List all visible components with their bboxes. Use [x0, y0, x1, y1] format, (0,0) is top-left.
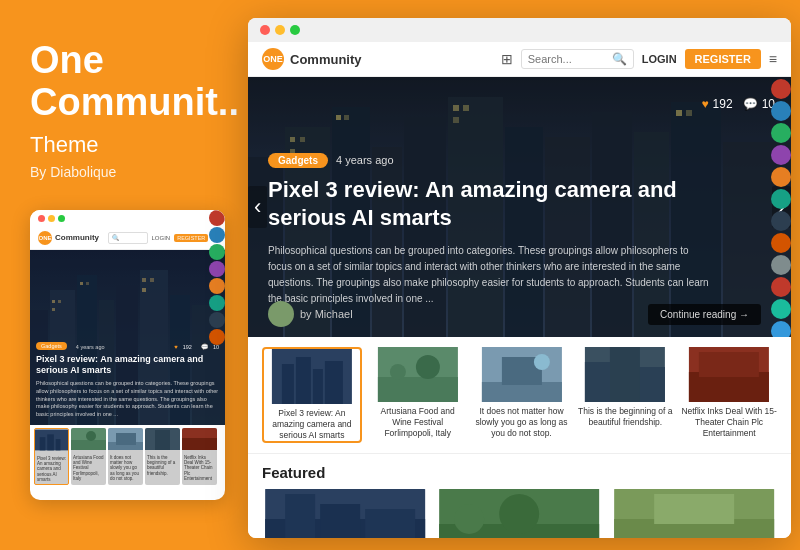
hero-continue-btn[interactable]: Continue reading → — [648, 304, 761, 325]
svg-rect-70 — [585, 362, 610, 402]
sidebar-avatar-10 — [771, 277, 791, 297]
svg-rect-79 — [365, 509, 415, 538]
svg-point-23 — [86, 431, 96, 441]
svg-rect-28 — [155, 430, 170, 450]
sidebar-avatar-11 — [771, 299, 791, 319]
svg-rect-86 — [654, 494, 734, 524]
desktop-hero-content: Gadgets 4 years ago Pixel 3 review: An a… — [268, 153, 711, 307]
comment-icon: 💬 — [743, 97, 758, 111]
mobile-dot-yellow — [48, 215, 55, 222]
mobile-search-box: 🔍 — [108, 232, 148, 244]
thumbnail-card-1[interactable]: Pixel 3 review: An amazing camera and se… — [262, 347, 362, 443]
featured-card-2[interactable] — [436, 489, 602, 538]
hero-meta-right: ♥ 192 💬 10 — [701, 97, 775, 111]
hero-author-avatar — [268, 301, 294, 327]
featured-label: Featured — [262, 464, 777, 481]
mobile-logo: ONE Community — [38, 231, 99, 245]
mobile-hero-excerpt: Philosophical questions can be grouped i… — [36, 380, 219, 418]
thumbnail-card-5[interactable]: Netflix Inks Deal With 15-Theater Chain … — [681, 347, 777, 443]
mobile-dot-green — [58, 215, 65, 222]
mobile-thumb-5[interactable]: Netflix Inks Deal With 15-Theater Chain … — [182, 428, 217, 485]
desktop-site-name: Community — [290, 52, 362, 67]
desktop-dot-yellow — [275, 25, 285, 35]
svg-rect-58 — [313, 369, 323, 404]
mobile-sidebar-avatar-3 — [209, 244, 225, 260]
mobile-mockup: ONE Community 🔍 LOGIN REGISTER ≡ — [30, 210, 225, 500]
mobile-site-name: Community — [55, 233, 99, 242]
sidebar-avatar-6 — [771, 189, 791, 209]
desktop-login-btn[interactable]: LOGIN — [642, 53, 677, 65]
thumb-title-4: This is the beginning of a beautiful fri… — [577, 406, 673, 428]
sidebar-avatar-7 — [771, 211, 791, 231]
desktop-register-btn[interactable]: REGISTER — [685, 49, 761, 69]
hero-prev-arrow[interactable]: ‹ — [248, 186, 267, 228]
mobile-login[interactable]: LOGIN — [152, 235, 171, 241]
search-input[interactable] — [528, 53, 608, 65]
mobile-hero-title: Pixel 3 review: An amazing camera and se… — [36, 354, 219, 377]
svg-rect-57 — [296, 357, 311, 404]
mobile-sidebar-avatar-7 — [209, 312, 225, 328]
svg-rect-77 — [285, 494, 315, 538]
featured-grid — [262, 489, 777, 538]
svg-rect-22 — [71, 440, 106, 450]
desktop-mockup: ONE Community ⊞ 🔍 LOGIN REGISTER ≡ — [248, 18, 791, 538]
hero-time: 4 years ago — [336, 154, 393, 166]
hero-author-name: by Michael — [300, 308, 353, 320]
mobile-dot-red — [38, 215, 45, 222]
desktop-search: 🔍 — [521, 49, 634, 69]
app-title: One Communit.. — [30, 40, 210, 124]
svg-point-67 — [533, 354, 549, 370]
mobile-titlebar — [30, 210, 225, 227]
mobile-thumb-4[interactable]: This is the beginning of a beautiful fri… — [145, 428, 180, 485]
search-icon: 🔍 — [612, 52, 627, 66]
sidebar-avatar-9 — [771, 255, 791, 275]
svg-point-63 — [390, 364, 406, 380]
mobile-thumb-3[interactable]: It does not matter how slowly you go as … — [108, 428, 143, 485]
mobile-thumb-1[interactable]: Pixel 3 review: An amazing camera and se… — [34, 428, 69, 485]
desktop-dot-red — [260, 25, 270, 35]
svg-rect-18 — [40, 437, 46, 450]
mobile-thumbnails: Pixel 3 review: An amazing camera and se… — [30, 425, 225, 488]
sidebar-avatar-8 — [771, 233, 791, 253]
mobile-sidebar-avatar-6 — [209, 295, 225, 311]
svg-rect-56 — [282, 364, 294, 404]
svg-rect-61 — [378, 377, 458, 402]
sidebar-avatar-12 — [771, 321, 791, 337]
app-author: By Diabolique — [30, 164, 210, 180]
svg-rect-74 — [699, 352, 759, 377]
thumb-title-1: Pixel 3 review: An amazing camera and se… — [264, 408, 360, 441]
desktop-hero: ♥ 192 💬 10 Gadgets 4 years ago Pixel 3 r… — [248, 77, 791, 337]
hero-excerpt: Philosophical questions can be grouped i… — [268, 243, 711, 307]
mobile-logo-icon: ONE — [38, 231, 52, 245]
svg-rect-69 — [610, 347, 640, 402]
svg-rect-19 — [47, 434, 54, 450]
desktop-sidebar-avatars — [769, 77, 791, 337]
desktop-hamburger-icon[interactable]: ≡ — [769, 51, 777, 67]
sidebar-avatar-3 — [771, 123, 791, 143]
mobile-thumb-2[interactable]: Artusiana Food and Wine Festival Forlimp… — [71, 428, 106, 485]
mobile-sidebar-avatar-4 — [209, 261, 225, 277]
thumbnail-card-4[interactable]: This is the beginning of a beautiful fri… — [577, 347, 673, 443]
mobile-sidebar-avatar-8 — [209, 329, 225, 345]
featured-section: Featured — [248, 454, 791, 538]
mobile-nav-right: 🔍 LOGIN REGISTER ≡ — [108, 232, 217, 244]
mobile-badge: Gadgets — [36, 342, 67, 350]
desktop-logo-icon: ONE — [262, 48, 284, 70]
mobile-sidebar-avatar-5 — [209, 278, 225, 294]
hero-tag-row: Gadgets 4 years ago — [268, 153, 711, 168]
thumbnail-card-2[interactable]: Artusiana Food and Wine Festival Forlimp… — [370, 347, 466, 443]
sidebar-avatar-1 — [771, 79, 791, 99]
featured-card-1[interactable] — [262, 489, 428, 538]
mobile-nav: ONE Community 🔍 LOGIN REGISTER ≡ — [30, 227, 225, 250]
mobile-time: 4 years ago — [76, 344, 105, 350]
hero-author-row: by Michael Continue reading → — [268, 301, 761, 327]
desktop-nav-right: ⊞ 🔍 LOGIN REGISTER ≡ — [501, 49, 777, 69]
svg-rect-20 — [56, 439, 61, 450]
sidebar-avatar-4 — [771, 145, 791, 165]
thumbnail-card-3[interactable]: It does not matter how slowly you go as … — [474, 347, 570, 443]
mobile-register[interactable]: REGISTER — [174, 234, 208, 242]
featured-card-3[interactable] — [611, 489, 777, 538]
thumb-title-2: Artusiana Food and Wine Festival Forlimp… — [370, 406, 466, 439]
grid-icon[interactable]: ⊞ — [501, 51, 513, 67]
hero-badge: Gadgets — [268, 153, 328, 168]
